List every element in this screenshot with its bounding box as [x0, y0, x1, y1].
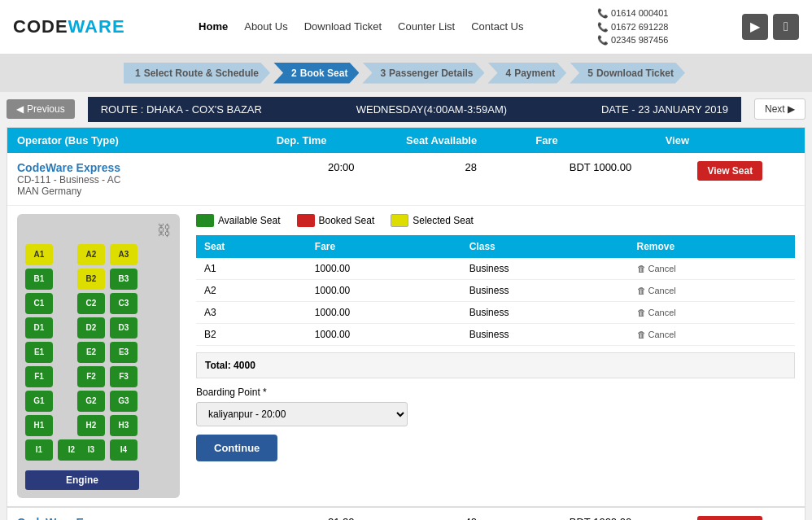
- bus1-row: CodeWare Express CD-111 - Business - AC …: [7, 153, 805, 206]
- col-operator: Operator (Bus Type): [17, 134, 277, 146]
- seat-selection: ⛓ A1 A2 A3 B1 B2 B3 C1 C2 C3 D1 D: [7, 206, 805, 506]
- col-seats: Seat Available: [406, 134, 535, 146]
- boarding-label: Boarding Point *: [196, 387, 795, 398]
- logo-code: CODE: [13, 16, 68, 37]
- col-view: View: [666, 134, 795, 146]
- legend-selected-box: [391, 214, 408, 227]
- seat-grid: A1 A2 A3 B1 B2 B3 C1 C2 C3 D1 D2 D3: [25, 244, 172, 490]
- table-row: B2 1000.00 Business 🗑 Cancel: [196, 323, 795, 345]
- seat-F2[interactable]: F2: [77, 366, 105, 387]
- seat-A1[interactable]: A1: [25, 244, 53, 265]
- seat-E3[interactable]: E3: [110, 342, 138, 363]
- seat-B3[interactable]: B3: [110, 269, 138, 290]
- cell-fare-2: 1000.00: [307, 301, 461, 323]
- android-icon[interactable]: ▶: [742, 14, 768, 40]
- continue-button[interactable]: Continue: [196, 435, 277, 461]
- seat-D1[interactable]: D1: [25, 317, 53, 339]
- cell-class-1: Business: [461, 279, 629, 301]
- phone2: 📞 01672 691228: [597, 20, 668, 34]
- apple-icon[interactable]: : [773, 14, 799, 40]
- cell-fare-3: 1000.00: [307, 323, 461, 345]
- seat-I4[interactable]: I4: [110, 439, 138, 461]
- cell-seat-1: A2: [196, 279, 307, 301]
- th-class: Class: [461, 235, 629, 258]
- step-2[interactable]: 2 Book Seat: [273, 63, 359, 84]
- th-remove: Remove: [629, 235, 795, 258]
- step-3[interactable]: 3 Passenger Details: [362, 63, 484, 84]
- seat-A2[interactable]: A2: [77, 244, 105, 265]
- header: CODEWARE Home About Us Download Ticket C…: [0, 0, 812, 55]
- seat-H1[interactable]: H1: [25, 415, 53, 436]
- seat-A3[interactable]: A3: [110, 244, 138, 265]
- seat-C1[interactable]: C1: [25, 293, 53, 314]
- cell-class-0: Business: [461, 258, 629, 280]
- route-date: DATE - 23 JANUARY 2019: [601, 103, 728, 116]
- cell-fare-1: 1000.00: [307, 279, 461, 301]
- prev-button[interactable]: ◀ Previous: [7, 99, 75, 119]
- route-label: ROUTE : DHAKA - COX'S BAZAR: [101, 103, 262, 116]
- view-seat-btn-2[interactable]: View Seat: [697, 516, 762, 521]
- nav-counter[interactable]: Counter List: [398, 20, 455, 33]
- seat-G1[interactable]: G1: [25, 391, 53, 412]
- seat-B2[interactable]: B2: [77, 269, 105, 290]
- bus2-fare: BDT 1000.00: [535, 516, 665, 521]
- bus2-name: CodeWare Express: [17, 516, 277, 521]
- seat-H3[interactable]: H3: [110, 415, 138, 436]
- bus1-fare: BDT 1000.00: [535, 161, 665, 173]
- table-row: A3 1000.00 Business 🗑 Cancel: [196, 301, 795, 323]
- cell-seat-2: A3: [196, 301, 307, 323]
- seat-F1[interactable]: F1: [25, 366, 53, 387]
- next-button[interactable]: Next ▶: [754, 98, 805, 120]
- boarding-select[interactable]: kaliyanpur - 20:00: [196, 402, 408, 426]
- seat-G2[interactable]: G2: [77, 391, 105, 412]
- cell-seat-0: A1: [196, 258, 307, 280]
- steering-icon: ⛓: [25, 222, 172, 239]
- cancel-btn-2[interactable]: 🗑 Cancel: [637, 308, 676, 317]
- cancel-btn-1[interactable]: 🗑 Cancel: [637, 286, 676, 295]
- bus1-view: View Seat: [666, 161, 795, 181]
- nav-home[interactable]: Home: [199, 20, 228, 33]
- seat-E2[interactable]: E2: [77, 342, 105, 363]
- nav-about[interactable]: About Us: [244, 20, 287, 33]
- nav-contact[interactable]: Contact Us: [471, 20, 523, 33]
- table-row: A2 1000.00 Business 🗑 Cancel: [196, 279, 795, 301]
- progress-bar: 1 Select Route & Schedule 2 Book Seat 3 …: [0, 55, 812, 92]
- bus2-info: CodeWare Express CD-333 - Economy - AC M…: [17, 516, 277, 521]
- seat-I3[interactable]: I3: [77, 439, 105, 461]
- total-bar: Total: 4000: [196, 352, 795, 378]
- th-seat: Seat: [196, 235, 307, 258]
- table-header: Operator (Bus Type) Dep. Time Seat Avail…: [7, 128, 805, 153]
- step-5[interactable]: 5 Download Ticket: [570, 63, 685, 84]
- seat-C3[interactable]: C3: [110, 293, 138, 314]
- nav-download[interactable]: Download Ticket: [304, 20, 382, 33]
- cancel-btn-0[interactable]: 🗑 Cancel: [637, 264, 676, 273]
- logo: CODEWARE: [13, 16, 125, 37]
- bus2-view: View Seat: [666, 516, 795, 521]
- bus1-sub2: MAN Germany: [17, 186, 277, 197]
- seat-G3[interactable]: G3: [110, 391, 138, 412]
- legend-booked: Booked Seat: [297, 214, 375, 227]
- seat-D2[interactable]: D2: [77, 317, 105, 339]
- step-4[interactable]: 4 Payment: [487, 63, 566, 84]
- seat-D3[interactable]: D3: [110, 317, 138, 339]
- engine-bar: Engine: [25, 470, 139, 490]
- logo-ware: WARE: [68, 16, 125, 37]
- step-1[interactable]: 1 Select Route & Schedule: [124, 63, 270, 84]
- seat-E1[interactable]: E1: [25, 342, 53, 363]
- bus2-row: CodeWare Express CD-333 - Economy - AC M…: [7, 506, 805, 521]
- seat-H2[interactable]: H2: [77, 415, 105, 436]
- route-day: WEDNESDAY(4:00AM-3:59AM): [356, 103, 507, 116]
- seat-B1[interactable]: B1: [25, 269, 53, 290]
- seat-C2[interactable]: C2: [77, 293, 105, 314]
- cancel-btn-3[interactable]: 🗑 Cancel: [637, 330, 676, 339]
- seat-I1[interactable]: I1: [25, 439, 53, 461]
- col-fare: Fare: [535, 134, 665, 146]
- seat-table: Seat Fare Class Remove A1 1000.00 Busine…: [196, 235, 795, 346]
- bus1-sub1: CD-111 - Business - AC: [17, 174, 277, 186]
- seat-F3[interactable]: F3: [110, 366, 138, 387]
- view-seat-btn-1[interactable]: View Seat: [697, 161, 762, 181]
- bus1-info: CodeWare Express CD-111 - Business - AC …: [17, 161, 277, 197]
- route-bar: ROUTE : DHAKA - COX'S BAZAR WEDNESDAY(4:…: [88, 97, 741, 122]
- legend-available-box: [196, 214, 214, 227]
- col-dep: Dep. Time: [277, 134, 406, 146]
